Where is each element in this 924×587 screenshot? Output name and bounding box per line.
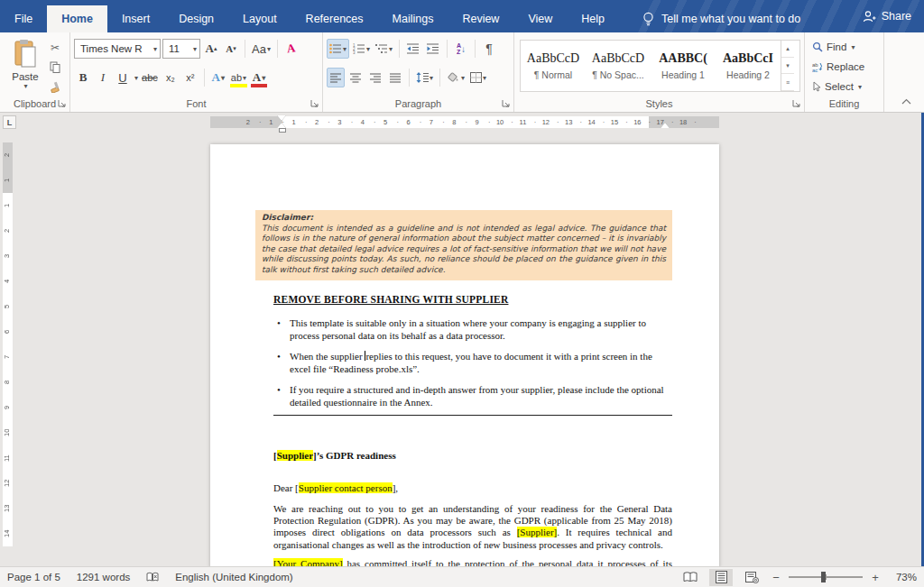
bullet2-text-pre: When the supplier bbox=[290, 351, 365, 362]
align-left-button[interactable] bbox=[327, 68, 345, 87]
styles-scroll-up-button[interactable]: ▴ bbox=[781, 41, 794, 58]
tab-home[interactable]: Home bbox=[47, 5, 107, 32]
zoom-slider-thumb[interactable] bbox=[821, 572, 826, 582]
superscript-button[interactable]: x² bbox=[181, 68, 199, 87]
zoom-out-button[interactable]: − bbox=[771, 571, 781, 584]
align-center-button[interactable] bbox=[346, 68, 365, 87]
ruler-number: 2 bbox=[305, 116, 328, 128]
change-case-button[interactable]: Aa▾ bbox=[250, 39, 273, 59]
tab-help[interactable]: Help bbox=[567, 5, 619, 32]
zoom-percentage[interactable]: 73% bbox=[888, 572, 917, 582]
collapse-ribbon-button[interactable] bbox=[901, 98, 911, 105]
align-right-button[interactable] bbox=[366, 68, 384, 87]
find-button[interactable]: Find ▾ bbox=[805, 37, 883, 57]
font-name-combobox[interactable]: Times New R ▾ bbox=[74, 39, 161, 59]
style-heading1[interactable]: AABBC( Heading 1 bbox=[651, 41, 716, 91]
word-count[interactable]: 1291 words bbox=[77, 572, 130, 582]
grow-font-button[interactable]: A▴ bbox=[202, 39, 220, 59]
numbering-dropdown-icon: ▾ bbox=[366, 45, 370, 53]
paste-button[interactable]: Paste ▾ bbox=[5, 39, 45, 98]
justify-button[interactable] bbox=[386, 68, 404, 87]
multilevel-dropdown-icon: ▾ bbox=[389, 45, 393, 53]
styles-more-button[interactable]: ≡ bbox=[781, 74, 794, 91]
styles-dialog-launcher[interactable] bbox=[792, 99, 801, 108]
left-indent-marker[interactable] bbox=[279, 128, 286, 133]
tell-me-label: Tell me what you want to do bbox=[661, 13, 800, 25]
font-size-combobox[interactable]: 11 ▾ bbox=[162, 39, 200, 59]
proofing-status[interactable] bbox=[146, 572, 159, 582]
page-indicator[interactable]: Page 1 of 5 bbox=[7, 572, 60, 582]
first-line-indent-marker[interactable] bbox=[277, 115, 286, 121]
editing-group-label: Editing bbox=[805, 98, 883, 109]
tab-stop-selector[interactable]: L bbox=[3, 115, 16, 129]
font-dialog-launcher[interactable] bbox=[310, 99, 319, 108]
share-button[interactable]: Share bbox=[863, 0, 911, 32]
increase-indent-button[interactable] bbox=[424, 39, 442, 59]
zoom-in-button[interactable]: + bbox=[870, 571, 881, 584]
ribbon-tabs: File Home Insert Design Layout Reference… bbox=[0, 0, 619, 32]
style-heading2[interactable]: AaBbCcI Heading 2 bbox=[716, 41, 781, 91]
group-paragraph: ▾ 123 ▾ ▾ AZ ↓ ¶ bbox=[323, 32, 514, 112]
disclaimer-block: Disclaimer: This document is intended as… bbox=[255, 210, 672, 280]
bullets-button[interactable]: ▾ bbox=[327, 39, 349, 59]
align-right-icon bbox=[370, 73, 382, 83]
replace-button[interactable]: abac Replace bbox=[805, 57, 883, 77]
tab-layout[interactable]: Layout bbox=[228, 5, 291, 32]
document-page[interactable]: Disclaimer: This document is intended as… bbox=[210, 144, 719, 566]
ruler-number: 12 bbox=[534, 116, 557, 128]
underline-button[interactable]: U bbox=[114, 68, 132, 87]
styles-scroll-down-button[interactable]: ▾ bbox=[781, 58, 794, 75]
text-highlight-button[interactable]: ab▾ bbox=[229, 68, 248, 87]
font-name-value: Times New R bbox=[80, 43, 143, 54]
underline-icon: U bbox=[118, 71, 126, 85]
format-painter-button[interactable] bbox=[47, 79, 63, 95]
style-normal[interactable]: AaBbCcD ¶ Normal bbox=[521, 41, 586, 91]
language-indicator[interactable]: English (United Kingdom) bbox=[175, 572, 292, 582]
italic-button[interactable]: I bbox=[94, 68, 112, 87]
tell-me-box[interactable]: Tell me what you want to do bbox=[642, 5, 800, 32]
style-no-spacing[interactable]: AaBbCcD ¶ No Spac... bbox=[586, 41, 651, 91]
change-case-icon: Aa bbox=[252, 42, 266, 56]
cut-button[interactable]: ✂ bbox=[47, 40, 63, 55]
subscript-button[interactable]: x₂ bbox=[162, 68, 180, 87]
web-layout-button[interactable] bbox=[740, 569, 763, 586]
underline-dropdown-icon[interactable]: ▾ bbox=[134, 74, 138, 82]
tab-insert[interactable]: Insert bbox=[107, 5, 164, 32]
borders-button[interactable]: ▾ bbox=[468, 68, 488, 87]
line-spacing-button[interactable]: ▾ bbox=[414, 68, 435, 87]
paragraph-dialog-launcher[interactable] bbox=[502, 99, 511, 108]
ruler-number: 11 bbox=[3, 445, 11, 471]
shrink-font-button[interactable]: A▾ bbox=[222, 39, 240, 59]
copy-button[interactable] bbox=[47, 60, 63, 75]
clipboard-dialog-launcher[interactable] bbox=[58, 99, 67, 108]
shrink-font-icon: A bbox=[226, 43, 233, 54]
decrease-indent-button[interactable] bbox=[404, 39, 422, 59]
show-hide-pilcrow-button[interactable]: ¶ bbox=[480, 39, 498, 59]
zoom-slider[interactable] bbox=[789, 576, 863, 578]
ruler-number: 14 bbox=[3, 521, 11, 546]
tab-file[interactable]: File bbox=[0, 5, 47, 32]
text-effects-button[interactable]: A▾ bbox=[209, 68, 227, 87]
select-cursor-icon bbox=[812, 81, 821, 92]
font-color-button[interactable]: A▾ bbox=[250, 68, 268, 87]
tab-design[interactable]: Design bbox=[164, 5, 228, 32]
right-indent-marker[interactable] bbox=[661, 123, 670, 128]
tab-view[interactable]: View bbox=[513, 5, 567, 32]
strikethrough-button[interactable]: abc bbox=[140, 68, 160, 87]
vertical-ruler: 21 1234567891011121314 bbox=[3, 142, 13, 563]
tab-references[interactable]: References bbox=[291, 5, 378, 32]
multilevel-list-button[interactable]: ▾ bbox=[374, 39, 394, 59]
read-mode-button[interactable] bbox=[679, 569, 702, 586]
select-button[interactable]: Select ▾ bbox=[805, 77, 883, 96]
numbering-button[interactable]: 123 ▾ bbox=[351, 39, 372, 59]
supplier-placeholder-2: [Supplier] bbox=[517, 527, 558, 537]
tab-mailings[interactable]: Mailings bbox=[378, 5, 448, 32]
sort-button[interactable]: AZ ↓ bbox=[452, 39, 470, 59]
tab-review[interactable]: Review bbox=[448, 5, 513, 32]
bold-button[interactable]: B bbox=[74, 68, 92, 87]
clear-formatting-button[interactable]: A bbox=[282, 39, 300, 59]
find-label: Find bbox=[827, 41, 846, 52]
print-layout-button[interactable] bbox=[709, 569, 733, 586]
shading-button[interactable]: ▾ bbox=[445, 68, 467, 87]
your-company-placeholder: [Your Company] bbox=[273, 558, 343, 566]
